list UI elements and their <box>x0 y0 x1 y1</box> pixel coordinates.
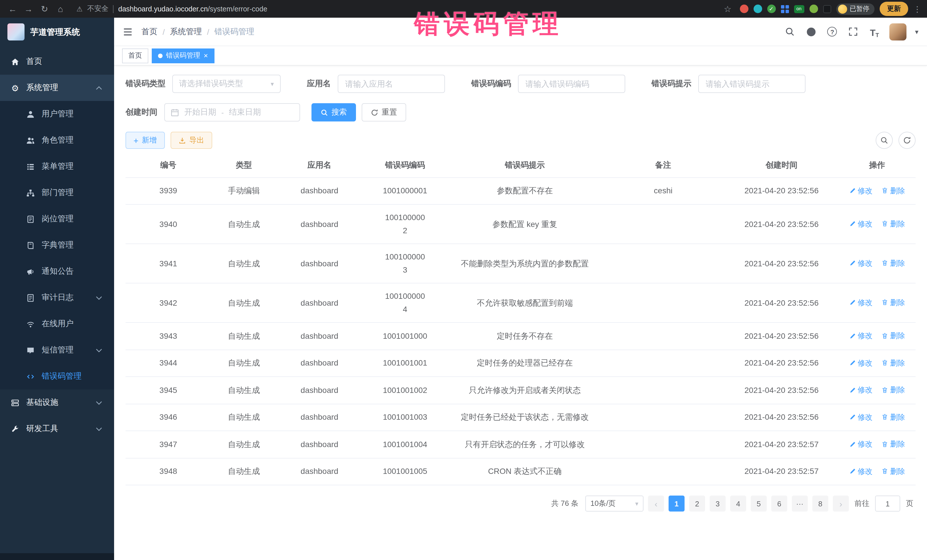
forward-icon[interactable]: → <box>22 3 35 15</box>
extension-icon-green-check[interactable]: ✓ <box>767 5 775 13</box>
sidebar-item-dict-management[interactable]: 字典管理 <box>0 232 114 258</box>
edit-link[interactable]: 修改 <box>849 256 872 270</box>
page-button-4[interactable]: 4 <box>730 496 746 511</box>
search-icon[interactable] <box>784 25 796 38</box>
edit-link[interactable]: 修改 <box>849 464 872 478</box>
breadcrumb-system[interactable]: 系统管理 <box>170 27 202 37</box>
cell-code: 1001001002 <box>362 377 448 404</box>
extension-icon-red[interactable] <box>740 5 748 13</box>
app-name-input[interactable] <box>338 75 445 93</box>
delete-link[interactable]: 删除 <box>881 383 905 396</box>
filter-label-date: 创建时间 <box>126 107 158 117</box>
sidebar-toggle-icon[interactable] <box>123 27 133 37</box>
caret-down-icon[interactable]: ▾ <box>915 28 918 36</box>
extension-icon-lime[interactable] <box>809 5 818 13</box>
sidebar-item-dept-management[interactable]: 部门管理 <box>0 180 114 206</box>
sidebar-item-post-management[interactable]: 岗位管理 <box>0 206 114 232</box>
fullscreen-icon[interactable] <box>847 25 860 38</box>
delete-link[interactable]: 删除 <box>881 356 905 369</box>
sidebar-item-menu-management[interactable]: 菜单管理 <box>0 153 114 180</box>
profile-paused-chip[interactable]: 已暂停 <box>836 3 874 15</box>
next-page-button[interactable]: › <box>833 496 849 511</box>
error-code-input[interactable] <box>518 75 625 93</box>
delete-link[interactable]: 删除 <box>881 217 905 231</box>
edit-link[interactable]: 修改 <box>849 383 872 396</box>
cell-app: dashboard <box>277 404 362 431</box>
edit-link[interactable]: 修改 <box>849 217 872 231</box>
sidebar-item-notice[interactable]: 通知公告 <box>0 258 114 285</box>
table-row: 3946 自动生成 dashboard 1001001003 定时任务已经处于该… <box>126 404 916 431</box>
error-message-input[interactable] <box>698 75 805 93</box>
app-logo[interactable]: 芋道管理系统 <box>0 18 114 46</box>
refresh-table-button[interactable] <box>898 132 916 149</box>
page-button-6[interactable]: 6 <box>771 496 787 511</box>
delete-link[interactable]: 删除 <box>881 410 905 423</box>
cell-code: 1001001001 <box>362 349 448 377</box>
page-button-1[interactable]: 1 <box>669 496 685 511</box>
font-size-icon[interactable]: TT <box>868 25 881 38</box>
edit-link[interactable]: 修改 <box>849 356 872 369</box>
edit-link[interactable]: 修改 <box>849 296 872 309</box>
browser-menu-icon[interactable]: ⋮ <box>913 4 921 14</box>
delete-link[interactable]: 删除 <box>881 437 905 451</box>
user-avatar[interactable] <box>889 23 906 40</box>
sidebar-item-role-management[interactable]: 角色管理 <box>0 127 114 153</box>
sidebar-item-infra[interactable]: 基础设施 <box>0 390 114 416</box>
delete-link[interactable]: 删除 <box>881 296 905 309</box>
page-button-2[interactable]: 2 <box>689 496 705 511</box>
edit-link[interactable]: 修改 <box>849 437 872 451</box>
sidebar-item-home[interactable]: 首页 <box>0 49 114 75</box>
edit-link[interactable]: 修改 <box>849 329 872 342</box>
browser-update-button[interactable]: 更新 <box>880 2 908 16</box>
delete-link[interactable]: 删除 <box>881 329 905 342</box>
reset-button[interactable]: 重置 <box>362 103 406 121</box>
back-icon[interactable]: ← <box>6 3 20 15</box>
app-title: 芋道管理系统 <box>30 27 80 37</box>
sidebar-item-sms-management[interactable]: 短信管理 <box>0 337 114 363</box>
address-bar[interactable]: ⚠ 不安全 dashboard.yudao.iocoder.cn/system/… <box>70 2 719 16</box>
table-row: 3942 自动生成 dashboard 1001000004 不允许获取敏感配置… <box>126 283 916 322</box>
help-icon[interactable]: ? <box>826 25 839 38</box>
edit-link[interactable]: 修改 <box>849 184 872 197</box>
tab-error-code[interactable]: 错误码管理 × <box>152 48 214 63</box>
sidebar-item-system[interactable]: ⚙ 系统管理 <box>0 75 114 101</box>
github-icon[interactable] <box>805 25 818 38</box>
sidebar-item-devtools[interactable]: 研发工具 <box>0 416 114 442</box>
breadcrumb-home[interactable]: 首页 <box>141 27 158 37</box>
sidebar-item-online-users[interactable]: 在线用户 <box>0 311 114 337</box>
reload-icon[interactable]: ↻ <box>38 3 51 15</box>
export-button[interactable]: 导出 <box>170 132 212 149</box>
edit-link[interactable]: 修改 <box>849 410 872 423</box>
bookmark-star-icon[interactable]: ☆ <box>721 3 734 15</box>
close-icon[interactable]: × <box>204 52 208 59</box>
page-button-8[interactable]: 8 <box>812 496 828 511</box>
page-button-5[interactable]: 5 <box>751 496 767 511</box>
cell-message: CRON 表达式不正确 <box>448 458 602 485</box>
delete-link[interactable]: 删除 <box>881 256 905 270</box>
extension-icon-teal[interactable] <box>753 5 762 13</box>
delete-link[interactable]: 删除 <box>881 464 905 478</box>
extension-icon-blue-grid[interactable] <box>781 5 789 13</box>
date-range-picker[interactable]: 开始日期 - 结束日期 <box>164 103 300 121</box>
sidebar-item-audit-log[interactable]: 审计日志 <box>0 285 114 311</box>
error-type-select[interactable]: 请选择错误码类型 ▾ <box>172 75 281 93</box>
tab-home[interactable]: 首页 <box>122 48 148 63</box>
search-button[interactable]: 搜索 <box>312 103 356 121</box>
extension-icon-pinned[interactable] <box>823 5 831 13</box>
page-size-select[interactable]: 10条/页 ▾ <box>585 496 643 511</box>
prev-page-button[interactable]: ‹ <box>648 496 664 511</box>
page-button-3[interactable]: 3 <box>710 496 726 511</box>
add-button[interactable]: + 新增 <box>126 132 165 149</box>
trash-icon <box>881 467 889 475</box>
goto-page-input[interactable] <box>875 496 900 511</box>
delete-link[interactable]: 删除 <box>881 184 905 197</box>
more-pages-button[interactable]: ··· <box>792 496 808 511</box>
date-end-placeholder: 结束日期 <box>229 107 261 117</box>
sidebar-item-error-code-management[interactable]: 错误码管理 <box>0 363 114 390</box>
cell-created: 2021-04-20 23:52:56 <box>725 244 839 283</box>
toggle-search-button[interactable] <box>876 132 893 149</box>
browser-home-icon[interactable]: ⌂ <box>54 3 67 15</box>
sidebar-item-user-management[interactable]: 用户管理 <box>0 101 114 127</box>
extension-icon-on-badge[interactable]: on <box>794 5 804 13</box>
delete-label: 删除 <box>890 184 905 197</box>
